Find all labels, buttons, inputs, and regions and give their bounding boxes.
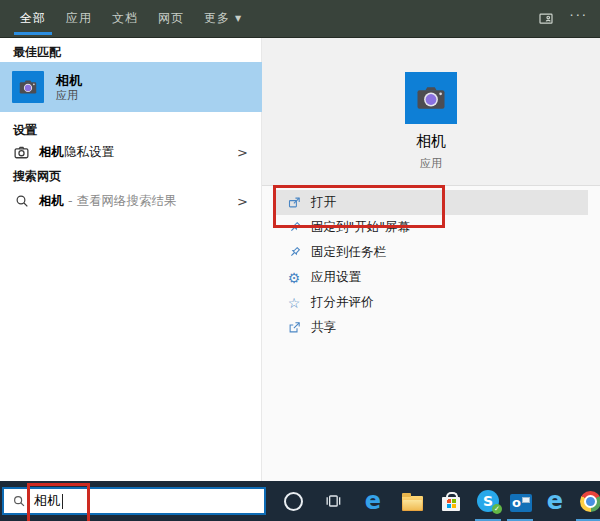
chrome-icon (580, 491, 600, 512)
action-share-label: 共享 (311, 319, 336, 336)
web-search-section-header: 搜索网页 (13, 168, 61, 185)
tab-apps[interactable]: 应用 (56, 0, 102, 37)
skype-status-badge: ✓ (492, 504, 502, 514)
chrome-button[interactable] (578, 489, 600, 513)
app-preview-panel: 相机 应用 打开 (262, 38, 600, 481)
action-pin-to-taskbar[interactable]: 固定到任务栏 (276, 240, 588, 265)
web-search-label: 相机 - 查看网络搜索结果 (39, 193, 176, 210)
windows-search-flyout: 全部 应用 文档 网页 更多 ▼ ··· 最佳匹配 (0, 0, 600, 521)
windows-logo-icon (447, 499, 456, 508)
file-explorer-icon (402, 496, 423, 511)
camera-app-tile-icon (405, 72, 457, 124)
annotation-box-open (273, 185, 445, 228)
best-match-title: 相机 (56, 72, 82, 89)
search-icon (13, 193, 30, 210)
tab-web[interactable]: 网页 (148, 0, 194, 37)
internet-explorer-button[interactable]: e (543, 489, 567, 513)
search-filter-bar: 全部 应用 文档 网页 更多 ▼ ··· (0, 0, 600, 38)
chrome-hub (584, 495, 597, 508)
app-header: 相机 应用 (262, 38, 600, 186)
chevron-right-icon: > (237, 145, 248, 160)
camera-privacy-label-bold: 相机 (39, 144, 64, 159)
action-app-settings-label: 应用设置 (311, 269, 361, 286)
tab-more[interactable]: 更多 ▼ (194, 0, 252, 37)
camera-outline-icon (13, 144, 30, 161)
annotation-box-search-text (27, 483, 90, 521)
chevron-right-icon: > (237, 194, 248, 209)
tab-documents[interactable]: 文档 (102, 0, 148, 37)
settings-section-header: 设置 (13, 122, 37, 139)
internet-explorer-icon: e (547, 489, 563, 513)
gear-icon: ⚙ (286, 270, 302, 286)
tab-all[interactable]: 全部 (10, 0, 56, 37)
tab-more-label: 更多 (204, 10, 230, 27)
app-name: 相机 (262, 132, 600, 151)
tab-apps-label: 应用 (66, 10, 92, 27)
action-share[interactable]: 共享 (276, 315, 588, 340)
edge-icon: e (365, 489, 381, 513)
tab-documents-label: 文档 (112, 10, 138, 27)
best-match-subtitle: 应用 (56, 89, 82, 103)
file-explorer-button[interactable] (400, 489, 424, 513)
skype-button[interactable]: S ✓ (476, 489, 500, 513)
search-results-panel: 最佳匹配 相机 应用 设置 (0, 38, 262, 481)
result-camera-privacy-settings[interactable]: 相机隐私设置 > (0, 139, 262, 166)
more-options-icon[interactable]: ··· (570, 11, 588, 27)
chevron-down-icon: ▼ (235, 14, 242, 23)
topbar-actions: ··· (536, 0, 588, 38)
outlook-letter: o (512, 494, 521, 512)
action-rate-review-label: 打分并评价 (311, 294, 374, 311)
action-app-settings[interactable]: ⚙ 应用设置 (276, 265, 588, 290)
search-icon (12, 494, 26, 508)
star-icon: ☆ (286, 295, 302, 311)
camera-privacy-label: 相机隐私设置 (39, 144, 114, 161)
result-best-match-camera[interactable]: 相机 应用 (0, 62, 262, 112)
best-match-header: 最佳匹配 (13, 44, 61, 61)
app-type: 应用 (262, 156, 600, 171)
envelope-icon (522, 497, 530, 503)
task-view-button[interactable] (321, 489, 345, 513)
user-feedback-icon[interactable] (536, 9, 556, 29)
store-button[interactable] (439, 489, 463, 513)
pin-icon (286, 245, 302, 261)
action-pin-to-taskbar-label: 固定到任务栏 (311, 244, 386, 261)
tab-all-label: 全部 (20, 10, 46, 27)
cortana-icon (284, 492, 303, 511)
share-icon (286, 320, 302, 336)
filter-tabs: 全部 应用 文档 网页 更多 ▼ (10, 0, 252, 37)
web-search-label-bold: 相机 (39, 193, 64, 208)
camera-privacy-label-rest: 隐私设置 (64, 144, 114, 159)
action-rate-review[interactable]: ☆ 打分并评价 (276, 290, 588, 315)
cortana-button[interactable] (281, 489, 305, 513)
taskbar: 相机 e S (0, 481, 600, 521)
result-web-search-camera[interactable]: 相机 - 查看网络搜索结果 > (0, 187, 262, 215)
edge-button[interactable]: e (361, 489, 385, 513)
outlook-button[interactable]: o (509, 489, 533, 513)
task-view-icon (323, 491, 343, 511)
best-match-text: 相机 应用 (56, 72, 82, 103)
web-search-label-rest: - 查看网络搜索结果 (64, 193, 176, 208)
outlook-icon: o (510, 494, 532, 512)
tab-web-label: 网页 (158, 10, 184, 27)
camera-app-icon (12, 71, 44, 103)
store-icon (442, 497, 460, 511)
skype-icon: S ✓ (477, 490, 499, 512)
